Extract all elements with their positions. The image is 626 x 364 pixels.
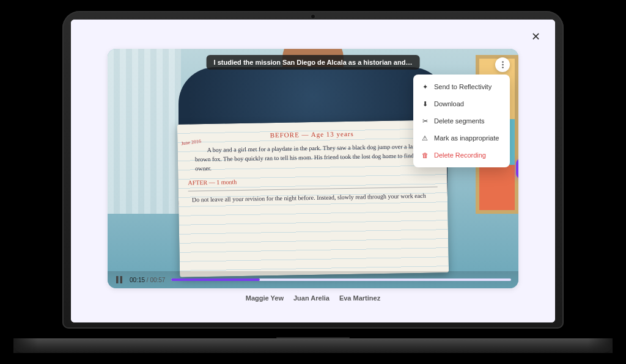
menu-item-send-to-reflectivity[interactable]: ✦Send to Reflectivity <box>413 78 510 95</box>
menu-item-label: Download <box>434 100 464 107</box>
menu-item-delete-segments[interactable]: ✂Delete segments <box>413 112 510 129</box>
paper-heading-after: AFTER — 1 month <box>188 173 437 187</box>
download-icon: ⬇ <box>421 100 429 108</box>
laptop-camera <box>311 15 315 18</box>
menu-item-download[interactable]: ⬇Download <box>413 95 510 112</box>
background-window <box>108 49 181 214</box>
progress-track[interactable] <box>171 278 511 281</box>
student-name[interactable]: Maggie Yew <box>246 294 284 302</box>
current-time: 00:15 <box>130 277 145 283</box>
more-options-button[interactable] <box>495 57 510 72</box>
pause-icon <box>115 275 123 284</box>
student-name[interactable]: Eva Martinez <box>339 294 380 302</box>
options-menu: ✦Send to Reflectivity⬇Download✂Delete se… <box>413 75 510 167</box>
trash-icon: 🗑 <box>421 151 429 159</box>
paper-heading-before: BEFORE — Age 13 years <box>187 127 436 142</box>
paper-paragraph-2: Do not leave all your revision for the n… <box>188 186 438 204</box>
video-card: June 2016 BEFORE — Age 13 years A boy an… <box>108 49 518 288</box>
menu-item-label: Delete Recording <box>434 151 486 159</box>
menu-item-delete-recording[interactable]: 🗑Delete Recording <box>413 147 510 164</box>
warning-icon: ⚠ <box>421 134 429 142</box>
caption-text: I studied the mission San Diego de Alcal… <box>214 59 413 66</box>
kebab-icon <box>502 61 504 68</box>
svg-point-0 <box>502 61 504 63</box>
paper-paragraph-1: A boy and a girl met for a playdate in t… <box>187 141 437 173</box>
laptop-base <box>13 338 613 353</box>
laptop-screen: ✕ June 2016 BEFORE — <box>71 20 555 322</box>
video-caption: I studied the mission San Diego de Alcal… <box>207 55 420 70</box>
student-name[interactable]: Juan Arelia <box>293 294 330 302</box>
progress-fill <box>171 278 259 281</box>
player-bar: 00:15 / 00:57 <box>108 271 518 288</box>
svg-rect-4 <box>120 276 123 283</box>
next-student-button[interactable] <box>516 159 518 178</box>
close-button[interactable]: ✕ <box>529 31 542 43</box>
menu-item-mark-as-inappropriate[interactable]: ⚠Mark as inappropriate <box>413 129 510 147</box>
svg-rect-3 <box>116 276 119 283</box>
pause-button[interactable] <box>115 275 123 284</box>
scissors-icon: ✂ <box>421 117 429 125</box>
handwritten-paper: June 2016 BEFORE — Age 13 years A boy an… <box>177 120 449 277</box>
students-list: Maggie YewJuan AreliaEva Martinez <box>71 294 555 302</box>
svg-point-2 <box>502 67 504 68</box>
close-icon: ✕ <box>531 30 540 43</box>
laptop-bezel: ✕ June 2016 BEFORE — <box>62 11 564 329</box>
laptop-mockup: ✕ June 2016 BEFORE — <box>38 11 588 353</box>
svg-point-1 <box>502 64 504 66</box>
menu-item-label: Delete segments <box>434 117 485 125</box>
app-root: ✕ June 2016 BEFORE — <box>71 20 555 322</box>
menu-item-label: Mark as inappropriate <box>434 134 499 142</box>
duration-time: 00:57 <box>150 277 165 283</box>
sparkle-icon: ✦ <box>421 82 429 91</box>
time-display: 00:15 / 00:57 <box>130 277 165 283</box>
menu-item-label: Send to Reflectivity <box>434 83 492 90</box>
